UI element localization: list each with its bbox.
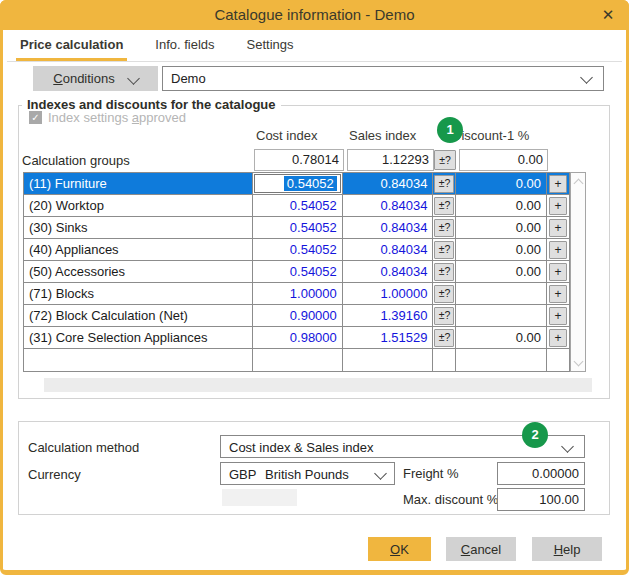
add-row-button[interactable]: + — [549, 219, 567, 237]
row-cost-index-field[interactable]: 0.54052 — [253, 239, 343, 260]
row-cost-index-field[interactable]: 0.54052 — [253, 195, 343, 216]
row-discount-field[interactable]: 0.00 — [456, 195, 547, 216]
catalogue-information-dialog: Catalogue information - Demo ✕ Price cal… — [0, 0, 629, 575]
row-pm-cell: ±? — [433, 349, 456, 371]
total-plus-minus-help-button[interactable]: ±? — [434, 150, 456, 170]
plus-minus-help-button[interactable]: ±? — [434, 329, 454, 347]
plus-minus-help-button[interactable]: ±? — [434, 197, 454, 215]
row-sales-index-field[interactable]: 0.84034 — [343, 261, 434, 282]
chevron-down-icon — [374, 467, 387, 480]
plus-minus-help-button[interactable]: ±? — [434, 175, 454, 193]
table-row[interactable]: (30) Sinks 0.54052 0.84034 ±? 0.00 + — [24, 217, 569, 239]
tab-price-calculation[interactable]: Price calculation — [16, 37, 127, 61]
row-plus-cell: + — [547, 261, 569, 282]
table-row[interactable]: (71) Blocks 1.00000 1.00000 ±? + — [24, 283, 569, 305]
table-scrollbar[interactable] — [570, 172, 586, 372]
row-cost-index-field[interactable]: 1.00000 — [253, 283, 343, 304]
row-discount-field[interactable]: 0.00 — [456, 327, 547, 348]
row-plus-cell: + — [547, 239, 569, 260]
scroll-up-icon[interactable] — [571, 173, 585, 189]
row-sales-index-field[interactable]: 1.00000 — [343, 283, 434, 304]
conditions-select-value: Demo — [171, 67, 206, 90]
cost-index-value: 0.54052 — [290, 264, 337, 279]
row-sales-index-field[interactable] — [343, 349, 434, 371]
add-row-button[interactable]: + — [549, 241, 567, 259]
tab-info-fields[interactable]: Info. fields — [151, 37, 218, 61]
chevron-down-icon — [561, 440, 574, 453]
total-sales-index-field[interactable]: 1.12293 — [347, 149, 434, 171]
cancel-button[interactable]: Cancel — [446, 537, 516, 561]
scroll-down-icon[interactable] — [571, 355, 585, 371]
row-pm-cell: ±? — [433, 305, 456, 326]
conditions-button[interactable]: Conditions — [33, 66, 158, 91]
row-cost-index-field[interactable] — [253, 349, 343, 371]
add-row-button[interactable]: + — [549, 197, 567, 215]
row-discount-field[interactable] — [456, 305, 547, 326]
table-row[interactable]: (11) Furniture 0.54052 0.84034 ±? 0.00 + — [24, 173, 569, 195]
tab-separator — [7, 61, 622, 62]
row-discount-field[interactable]: 0.00 — [456, 173, 547, 194]
currency-label: Currency — [28, 467, 81, 482]
row-sales-index-field[interactable]: 0.84034 — [343, 195, 434, 216]
total-discount-field[interactable]: 0.00 — [459, 149, 548, 171]
row-cost-index-field[interactable]: 0.90000 — [253, 305, 343, 326]
plus-minus-help-button[interactable]: ±? — [434, 219, 454, 237]
calculation-method-value: Cost index & Sales index — [229, 436, 374, 459]
row-sales-index-field[interactable]: 0.84034 — [343, 239, 434, 260]
table-row[interactable]: (31) Core Selection Appliances 0.98000 1… — [24, 327, 569, 349]
plus-minus-help-button[interactable]: ±? — [434, 241, 454, 259]
row-plus-cell: + — [547, 327, 569, 348]
table-row[interactable]: (40) Appliances 0.54052 0.84034 ±? 0.00 … — [24, 239, 569, 261]
row-discount-field[interactable]: 0.00 — [456, 239, 547, 260]
plus-minus-help-button[interactable]: ±? — [434, 263, 454, 281]
row-plus-cell: + — [547, 283, 569, 304]
row-discount-field[interactable]: 0.00 — [456, 217, 547, 238]
row-plus-cell: + — [547, 217, 569, 238]
row-cost-index-field[interactable]: 0.98000 — [253, 327, 343, 348]
index-settings-approved-checkbox[interactable]: ✓ — [29, 111, 42, 124]
cost-index-value: 0.54052 — [290, 198, 337, 213]
table-row[interactable]: (50) Accessories 0.54052 0.84034 ±? 0.00… — [24, 261, 569, 283]
freight-input[interactable]: 0.00000 — [497, 462, 585, 485]
currency-select[interactable]: GBP British Pounds — [220, 462, 395, 485]
row-sales-index-field[interactable]: 0.84034 — [343, 217, 434, 238]
cost-index-value: 0.54052 — [290, 242, 337, 257]
freight-label: Freight % — [403, 466, 459, 481]
row-discount-field[interactable] — [456, 349, 547, 371]
max-discount-input[interactable]: 100.00 — [497, 488, 585, 511]
row-discount-field[interactable]: 0.00 — [456, 261, 547, 282]
row-plus-cell: + — [547, 195, 569, 216]
row-cost-index-field[interactable]: 0.54052 — [253, 261, 343, 282]
currency-name: British Pounds — [265, 463, 349, 486]
add-row-button[interactable]: + — [549, 285, 567, 303]
total-cost-index-field[interactable]: 0.78014 — [254, 149, 344, 171]
row-sales-index-field[interactable]: 1.51529 — [343, 327, 434, 348]
row-sales-index-field[interactable]: 1.39160 — [343, 305, 434, 326]
conditions-select[interactable]: Demo — [162, 66, 604, 91]
tab-settings[interactable]: Settings — [243, 37, 298, 61]
ok-button[interactable]: OK — [368, 537, 431, 561]
row-discount-field[interactable] — [456, 283, 547, 304]
add-row-button[interactable]: + — [549, 175, 567, 193]
row-plus-cell: + — [547, 349, 569, 371]
add-row-button[interactable]: + — [549, 329, 567, 347]
row-sales-index-field[interactable]: 0.84034 — [343, 173, 434, 194]
row-pm-cell: ±? — [433, 239, 456, 260]
close-icon[interactable]: ✕ — [597, 0, 619, 30]
table-row[interactable]: (20) Worktop 0.54052 0.84034 ±? 0.00 + — [24, 195, 569, 217]
cost-index-value: 0.90000 — [290, 308, 337, 323]
plus-minus-help-button[interactable]: ±? — [434, 307, 454, 325]
table-row[interactable]: (72) Block Calculation (Net) 0.90000 1.3… — [24, 305, 569, 327]
row-label: (30) Sinks — [24, 217, 253, 238]
row-label: (72) Block Calculation (Net) — [24, 305, 253, 326]
row-cost-index-field[interactable]: 0.54052 — [253, 173, 343, 194]
row-cost-index-field[interactable]: 0.54052 — [253, 217, 343, 238]
help-button[interactable]: Help — [532, 537, 602, 561]
add-row-button[interactable]: + — [549, 307, 567, 325]
chevron-down-icon — [127, 72, 140, 85]
row-pm-cell: ±? — [433, 195, 456, 216]
calculation-groups-label: Calculation groups — [22, 153, 130, 168]
add-row-button[interactable]: + — [549, 263, 567, 281]
table-row[interactable]: ±? + — [24, 349, 569, 371]
plus-minus-help-button[interactable]: ±? — [434, 285, 454, 303]
